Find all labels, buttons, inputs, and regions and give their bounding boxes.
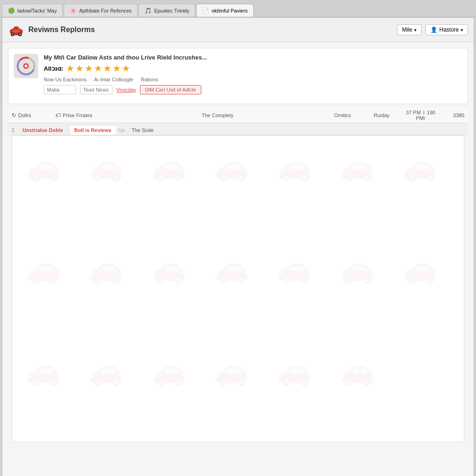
action-button[interactable]: DlM Cart Usit of Adlcle (140, 85, 201, 94)
svg-rect-2 (14, 26, 19, 30)
main-panel: 🚗 🚗 🚗 🚗 🚗 🚗 🚗 🚗 🚗 🚗 🚗 🚗 🚗 🚗 🚗 🚗 🚗 🚗 🚗 (12, 135, 464, 442)
col-header-dollrs: ↻ Dollrs (12, 112, 53, 119)
review-rating-row: Allɔзɑ: ★ ★ ★ ★ ★ ★ ★ (44, 63, 462, 74)
review-meta: Now Us Eackinons Aı Intar Colloogle Rati… (44, 77, 462, 82)
tab-2[interactable]: 🌸 Apthbate For Refences (64, 4, 138, 17)
tab-1[interactable]: 🟢 ladowlTacks' May (2, 4, 63, 17)
review-actions: Vnocday DlM Cart Usit of Adlcle (44, 85, 462, 94)
app-title-area: Reviwns Replorms (8, 21, 95, 38)
sub-tab-1[interactable]: Unstrialue Doble (17, 125, 68, 135)
svg-point-6 (19, 33, 21, 35)
action-input-2[interactable] (80, 85, 112, 94)
sub-tab-2[interactable]: Boll is Reviews (69, 125, 117, 135)
col-header-price: 🏷 Prtse Frrates (55, 112, 111, 119)
col-header-num: 3380 (441, 112, 464, 118)
header-controls: Mile ▾ 👤 Hastore ▾ (397, 24, 468, 35)
tab-3-label: Epuatec Trieidy (154, 8, 189, 13)
action-link[interactable]: Vnocday (116, 87, 136, 93)
star-1: ★ (66, 63, 74, 74)
review-top: My Mtñ Car Daliow Asts and thou Lrive Ri… (14, 54, 462, 94)
time1-value: 37 PM (406, 110, 421, 115)
tab-4[interactable]: 📄 oktimful Paviers (196, 4, 254, 17)
dollrs-label: Dollrs (18, 112, 31, 118)
svg-point-12 (25, 65, 27, 67)
tab-2-label: Apthbate For Refences (79, 8, 132, 13)
meta-item-3: Rations (141, 77, 158, 82)
star-4: ★ (94, 63, 102, 74)
app-title: Reviwns Replorms (28, 26, 95, 34)
tab-1-icon: 🟢 (8, 7, 15, 14)
review-title: My Mtñ Car Daliow Asts and thou Lrive Ri… (44, 54, 462, 61)
review-main: My Mtñ Car Daliow Asts and thou Lrive Ri… (44, 54, 462, 94)
col-header-complety: The Complety (113, 112, 322, 118)
tag-icon: 🏷 (55, 112, 61, 119)
action-input-1[interactable] (44, 85, 76, 94)
stars-container: ★ ★ ★ ★ ★ ★ ★ (66, 63, 130, 74)
col-header-ruiday: Ruiday (363, 112, 400, 118)
review-thumbnail (14, 54, 38, 78)
app-logo (8, 21, 25, 38)
hastore-button[interactable]: 👤 Hastore ▾ (425, 24, 468, 35)
price-label: Prtse Frrates (63, 112, 93, 118)
star-6: ★ (112, 63, 121, 74)
rating-label: Allɔзɑ: (44, 65, 63, 72)
tab-3-icon: 🎵 (145, 7, 152, 14)
app-header: Reviwns Replorms Mile ▾ 👤 Hastore ▾ (2, 18, 474, 42)
tab-1-label: ladowlTacks' May (17, 8, 57, 13)
sub-tab-3[interactable]: The Sode (126, 125, 159, 135)
svg-point-4 (12, 33, 13, 35)
content-area: My Mtñ Car Daliow Asts and thou Lrive Ri… (2, 42, 474, 451)
meta-item-1: Now Us Eackinons (44, 77, 86, 82)
mile-label: Mile (402, 26, 412, 33)
meta-item-2: Aı Intar Colloogle (94, 77, 133, 82)
tab-bar: 🟢 ladowlTacks' May 🌸 Apthbate For Refenc… (0, 0, 476, 17)
mile-button[interactable]: Mile ▾ (397, 24, 422, 35)
column-headers: ↻ Dollrs 🏷 Prtse Frrates The Complety Om… (8, 108, 468, 123)
star-3: ★ (85, 63, 93, 74)
review-card: My Mtñ Car Daliow Asts and thou Lrive Ri… (8, 48, 468, 104)
star-5: ★ (103, 63, 112, 74)
tab-4-label: oktimful Paviers (212, 8, 248, 13)
sub-tabs: 2 Unstrialue Doble Boll is Reviews tzк T… (8, 123, 468, 135)
browser-chrome: 🟢 ladowlTacks' May 🌸 Apthbate For Refenc… (0, 0, 476, 17)
mile-arrow-icon: ▾ (414, 27, 416, 33)
tab-2-icon: 🌸 (70, 7, 77, 14)
refresh-icon: ↻ (12, 112, 16, 119)
tab-4-icon: 📄 (202, 7, 209, 14)
sub-tab-separator: tzк (118, 127, 126, 133)
watermark: 🚗 🚗 🚗 🚗 🚗 🚗 🚗 🚗 🚗 🚗 🚗 🚗 🚗 🚗 🚗 🚗 🚗 🚗 🚗 (12, 136, 464, 442)
hastore-arrow-icon: ▾ (461, 27, 463, 33)
main-window: Reviwns Replorms Mile ▾ 👤 Hastore ▾ (2, 17, 474, 476)
hastore-user-icon: 👤 (430, 26, 437, 33)
col-divider: I (423, 110, 424, 115)
col-header-time1: 37 PM I 190 PMr (402, 110, 439, 121)
star-7: ★ (122, 63, 130, 74)
star-2: ★ (75, 63, 84, 74)
col-header-omitics: Omitics (324, 112, 361, 118)
tab-count: 2 (12, 127, 14, 133)
tab-3[interactable]: 🎵 Epuatec Trieidy (139, 4, 195, 17)
hastore-label: Hastore (439, 26, 459, 33)
